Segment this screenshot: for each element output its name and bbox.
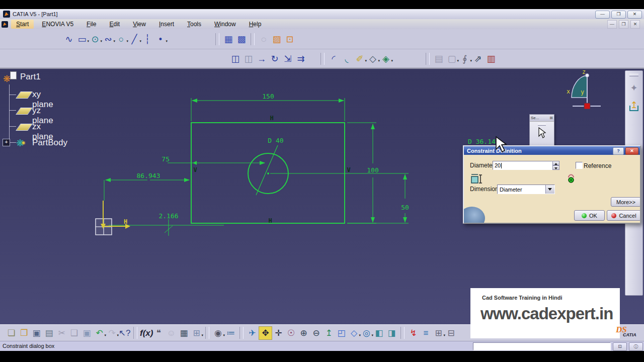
translate-icon[interactable]: → [255,52,268,65]
partbody-icon[interactable] [16,136,29,148]
doc-close-icon[interactable]: ✕ [630,20,640,29]
diameter-label: Diameter [470,162,495,169]
dim-center-label[interactable]: 75 [162,155,170,163]
offset-icon[interactable]: ⇉ [294,52,307,65]
ok-button[interactable]: OK [574,210,605,221]
expand-partbody-icon[interactable]: + [3,139,10,146]
more-button[interactable]: More>> [611,197,641,207]
menu-start[interactable]: Start [11,20,34,29]
doc-restore-icon[interactable]: ❐ [619,20,628,29]
profile-icon[interactable]: ∿ [62,33,75,46]
constraint-definition-dialog[interactable]: Constraint Definition ? ✕ Diameter 20 Re… [463,145,641,224]
tree-line [9,84,10,142]
dimension-labels[interactable]: 150 100 50 75 86.943 2.166 D 40 D 36.14 … [137,93,496,224]
rotate-icon[interactable]: ↻ [268,52,281,65]
tree-line [9,142,16,143]
menu-enovia[interactable]: ENOVIA V5 [37,20,78,29]
sketch-dimensions[interactable] [104,98,409,236]
exit-workbench-icon[interactable]: ↥ [627,99,640,112]
dialog-title-bar[interactable]: Constraint Definition ? ✕ [464,146,640,155]
dim-width-label[interactable]: 150 [262,93,274,100]
menu-view[interactable]: View [128,20,151,29]
dimension-value: Diameter [500,187,522,193]
power-input-field[interactable] [473,342,611,350]
diagnostics-icon[interactable]: ▨ [270,33,283,46]
toolbar-separator [426,53,430,65]
lock-constraint-icon[interactable] [567,172,576,184]
document-icon [2,21,8,28]
animate-constraint-icon[interactable]: ◈ [379,52,392,65]
cancel-button[interactable]: Cancel [607,210,641,221]
help-icon[interactable]: ? [613,147,624,155]
rectangle-icon[interactable]: ▭ [75,33,89,46]
ellipse-icon[interactable]: ○ [115,33,128,46]
minimize-icon[interactable]: — [595,11,610,19]
dim-origin-x-label[interactable]: 86.943 [137,172,160,179]
menu-tools[interactable]: Tools [182,20,206,29]
orientation-compass[interactable]: z x y [567,69,601,109]
palette-close-icon[interactable]: ⊠ [549,116,553,120]
menu-file[interactable]: File [82,20,101,29]
tree-root-part1[interactable]: Part1 [20,72,41,82]
info-icon[interactable]: ⓘ [629,342,643,351]
dim-offset-label[interactable]: 50 [401,204,409,211]
axis-icon[interactable]: ┆ [141,33,154,46]
tree-item-partbody[interactable]: PartBody [32,138,67,148]
dialog-close-icon[interactable]: ✕ [625,147,638,155]
catia-logo-text: CATIA [623,332,642,337]
grid-icon[interactable]: ▦ [222,33,235,46]
doc-minimize-icon[interactable]: — [607,20,617,29]
sketch-solving-status-icon[interactable]: ✦ [627,81,640,95]
select-cursor-icon[interactable] [537,127,547,139]
dim-height-label[interactable]: 100 [367,166,378,174]
select-palette-titlebar[interactable]: Se... ⊠ [530,115,554,122]
close-icon[interactable]: ✕ [627,11,642,19]
menu-window[interactable]: Window [209,20,241,29]
sketch-origin[interactable]: H [96,201,130,235]
profile-toolbar: ∿▭⊙∾○╱┆•▦▩◌▨⊡ [0,29,644,49]
corner-icon[interactable]: ◜ [327,52,340,65]
toolbar-separator [251,33,255,45]
toolbar-drag-handle[interactable] [629,74,638,76]
dimension-dropdown[interactable]: Diameter [497,185,555,194]
construction-element-icon[interactable]: ◌ [257,33,270,46]
menu-insert[interactable]: Insert [154,20,179,29]
output-feature-icon[interactable]: ⇗ [471,52,485,65]
catalog-icon[interactable]: ▤ [432,52,445,65]
part-icon[interactable] [4,71,17,83]
expand-panel-icon[interactable]: ⊡ [613,342,627,351]
point-icon[interactable]: • [154,33,167,46]
chamfer-icon[interactable]: ◟ [340,52,353,65]
diameter-spinner[interactable] [552,161,559,170]
constraint-icon[interactable]: ◇ [366,52,379,65]
datum-icon[interactable]: ▥ [485,52,498,65]
dropdown-arrow-icon[interactable] [545,185,554,194]
spline-icon[interactable]: ∾ [102,33,115,46]
toolbar-separator [320,53,325,65]
symmetry-icon[interactable]: ◫ [242,52,255,65]
attach-icon[interactable]: ∮ [458,52,471,65]
circle-icon[interactable]: ⊙ [89,33,102,46]
mirror-icon[interactable]: ◫ [229,52,242,65]
reference-checkbox[interactable] [576,162,583,169]
scale-icon[interactable]: ⇲ [281,52,294,65]
h-constraint-bottom: H [268,217,272,224]
trim-icon[interactable]: ✐ [353,52,366,65]
dim-diameter-label[interactable]: D 40 [268,137,283,144]
restore-icon[interactable]: ❐ [611,11,626,19]
diameter-input[interactable]: 20 [493,161,552,170]
snap-to-point-icon[interactable]: ▩ [235,33,248,46]
spinner-down-icon[interactable] [552,165,559,170]
select-palette[interactable]: Se... ⊠ [529,114,554,148]
menu-edit[interactable]: Edit [104,20,125,29]
line-icon[interactable]: ╱ [128,33,141,46]
dim-clipped-label[interactable]: D 36.14 [468,138,496,145]
letterbox-bottom [0,351,644,362]
dim-origin-y-label[interactable]: 2.166 [158,212,178,220]
sketch-analysis-icon[interactable]: ⊡ [283,33,296,46]
spinner-up-icon[interactable] [552,161,559,165]
palette-handle[interactable] [538,124,546,126]
reference-label: Reference [584,162,611,169]
menu-help[interactable]: Help [244,20,267,29]
parameters-icon[interactable]: ▢ [445,52,458,65]
